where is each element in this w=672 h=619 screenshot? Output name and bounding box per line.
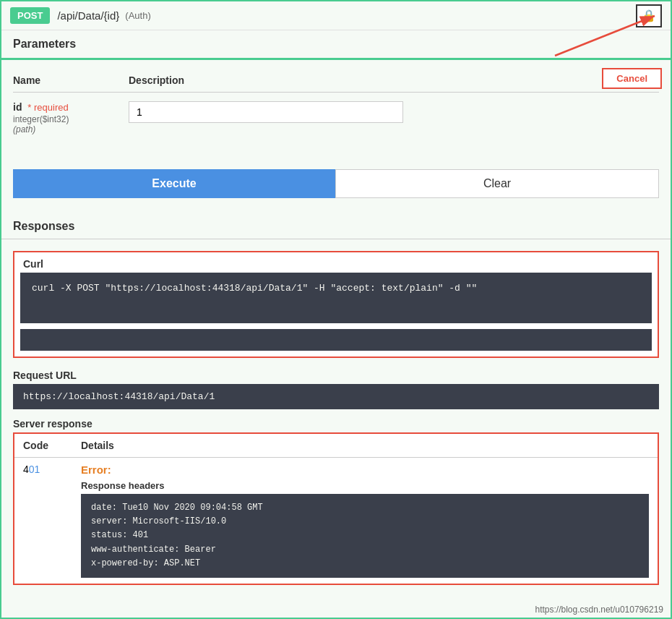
response-details-cell: Error: Response headers date: Tue10 Nov … — [81, 464, 649, 578]
code-prefix: 4 — [23, 464, 29, 475]
lock-button[interactable]: 🔒 — [636, 4, 662, 27]
param-row-id: id * required integer($int32) (path) — [13, 101, 659, 135]
response-code-cell: 401 — [23, 464, 81, 475]
parameters-section-wrapper: Parameters Cancel — [1, 30, 671, 60]
footer-watermark: https://blog.csdn.net/u010796219 — [535, 605, 663, 615]
param-name-id: id — [13, 101, 22, 113]
request-url-section: Request URL https://localhost:44318/api/… — [13, 370, 659, 409]
col-code-header: Code — [23, 440, 81, 451]
request-url-box: https://localhost:44318/api/Data/1 — [13, 384, 659, 409]
server-response-label: Server response — [13, 418, 659, 430]
curl-code: curl -X POST "https://localhost:44318/ap… — [32, 283, 477, 294]
error-label: Error: — [81, 464, 649, 476]
param-location: (path) — [13, 124, 129, 135]
responses-header: Responses — [1, 213, 671, 239]
param-name-cell-id: id * required integer($int32) (path) — [13, 101, 129, 135]
auth-label: (Auth) — [125, 10, 150, 21]
endpoint-path: /api/Data/{id} — [57, 9, 119, 22]
main-container: POST /api/Data/{id} (Auth) 🔒 Parameters … — [0, 0, 672, 619]
parameters-section-header: Parameters — [1, 30, 671, 60]
col-name-header: Name — [13, 74, 129, 86]
method-badge: POST — [10, 7, 50, 24]
parameters-title: Parameters — [13, 38, 76, 50]
response-table-header: Code Details — [14, 434, 658, 458]
col-description-header: Description — [129, 74, 184, 86]
response-headers-content: date: Tue10 Nov 2020 09:04:58 GMT server… — [91, 501, 639, 571]
param-id-input[interactable] — [129, 101, 403, 123]
curl-label: Curl — [14, 252, 658, 273]
curl-dark-bar — [20, 329, 652, 351]
lock-icon: 🔒 — [642, 9, 656, 22]
parameters-area: Name Description id * required integer($… — [1, 60, 671, 158]
responses-title: Responses — [13, 220, 74, 232]
request-url-value: https://localhost:44318/api/Data/1 — [23, 391, 215, 402]
response-table: Code Details 401 Error: Response headers… — [13, 432, 659, 585]
param-name-line: id * required — [13, 101, 129, 113]
param-type: integer($int32) — [13, 114, 129, 124]
response-headers-label: Response headers — [81, 480, 649, 491]
request-url-label: Request URL — [13, 370, 659, 381]
params-table-header: Name Description — [13, 72, 659, 93]
param-required-label: * required — [27, 102, 68, 113]
cancel-button[interactable]: Cancel — [602, 68, 662, 89]
action-buttons: Execute Clear — [13, 169, 659, 198]
execute-button[interactable]: Execute — [13, 169, 335, 198]
server-response-section: Server response Code Details 401 Error: … — [13, 418, 659, 585]
curl-code-box: curl -X POST "https://localhost:44318/ap… — [20, 273, 652, 323]
clear-button[interactable]: Clear — [335, 169, 659, 198]
response-headers-box: date: Tue10 Nov 2020 09:04:58 GMT server… — [81, 494, 649, 578]
col-details-header: Details — [81, 440, 114, 451]
header-bar: POST /api/Data/{id} (Auth) 🔒 — [1, 1, 671, 30]
param-input-cell-id — [129, 101, 659, 123]
curl-section: Curl curl -X POST "https://localhost:443… — [13, 251, 659, 358]
response-row-401: 401 Error: Response headers date: Tue10 … — [14, 458, 658, 584]
code-highlighted: 01 — [29, 464, 40, 475]
